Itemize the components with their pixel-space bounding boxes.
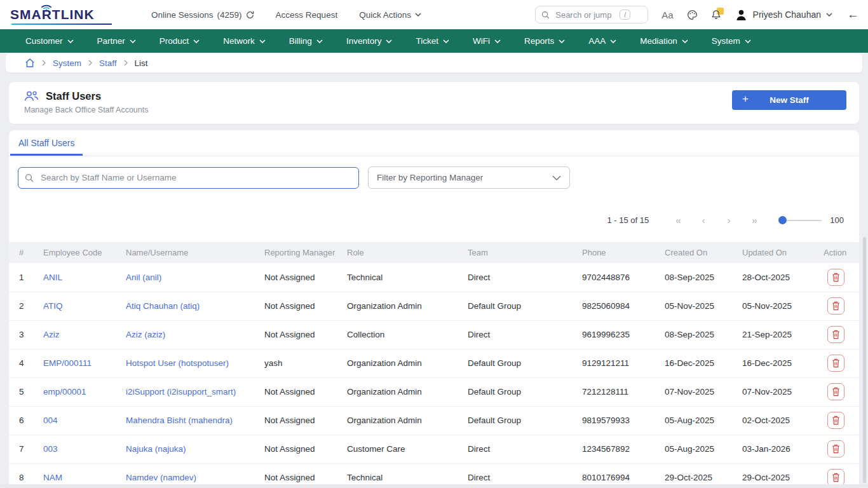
nav-menu-item[interactable]: WiFi (473, 36, 501, 46)
employee-code-link[interactable]: emp/00001 (33, 377, 116, 406)
delete-staff-button[interactable] (827, 469, 844, 486)
delete-staff-button[interactable] (827, 383, 844, 400)
access-request-link[interactable]: Access Request (276, 10, 338, 20)
nav-item-label: System (712, 36, 740, 46)
name-username-link[interactable]: Mahendra Bisht (mahendra) (116, 406, 254, 435)
breadcrumb-link[interactable]: List (135, 58, 148, 68)
pagination-range: 1 - 15 of 15 (607, 215, 649, 225)
chevron-down-icon (130, 39, 136, 43)
staff-search[interactable] (18, 167, 359, 189)
prev-page-button[interactable]: ‹ (691, 215, 716, 226)
row-index: 4 (9, 349, 33, 377)
delete-staff-button[interactable] (827, 297, 844, 315)
phone-cell: 9819579933 (572, 406, 654, 435)
delete-staff-button[interactable] (827, 412, 844, 429)
name-username-link[interactable]: Aziz (aziz) (116, 320, 254, 349)
employee-code-link[interactable]: EMP/000111 (33, 349, 116, 377)
nav-menu-item[interactable]: Inventory (346, 36, 393, 46)
last-page-button[interactable]: » (742, 215, 767, 226)
breadcrumb-link[interactable]: System (53, 58, 81, 68)
nav-menu-item[interactable]: System (712, 36, 751, 46)
col-action: Action (813, 242, 859, 263)
staff-search-input[interactable] (39, 172, 352, 183)
nav-item-label: Mediation (640, 36, 677, 46)
trash-icon (832, 416, 840, 425)
home-icon[interactable] (25, 58, 35, 68)
name-username-link[interactable]: Anil (anil) (116, 263, 254, 292)
team-cell: Default Group (458, 349, 572, 377)
user-menu[interactable]: Priyesh Chauhan (735, 8, 832, 22)
nav-menu-item[interactable]: Partner (97, 36, 136, 46)
quick-actions-menu[interactable]: Quick Actions (359, 10, 421, 20)
col-phone: Phone (572, 242, 654, 263)
action-cell (813, 320, 859, 349)
page-size-slider[interactable] (778, 216, 822, 224)
vertical-scrollbar[interactable] (863, 237, 866, 483)
smartlink-logo[interactable]: SMARTLINK (10, 7, 117, 22)
nav-item-label: WiFi (473, 36, 490, 46)
online-sessions-link[interactable]: Online Sessions (4259) (151, 10, 254, 20)
first-page-button[interactable]: « (665, 215, 691, 226)
col-team: Team (458, 242, 572, 263)
new-staff-button[interactable]: + New Staff (732, 90, 846, 110)
list-controls: Filter by Reporting Manager (9, 156, 859, 189)
nav-menu-item[interactable]: Billing (289, 36, 323, 46)
font-size-toggle[interactable]: Aa (661, 10, 673, 20)
nav-menu-item[interactable]: Network (223, 36, 266, 46)
wifi-icon (39, 3, 53, 10)
slider-knob[interactable] (778, 216, 787, 224)
employee-code-link[interactable]: 003 (33, 435, 116, 463)
table-row: 5 emp/00001 i2iSupport (i2isupport_smart… (9, 377, 859, 406)
role-cell: Organization Admin (337, 292, 458, 320)
table-body: 1 ANIL Anil (anil) Not Assigned Technica… (9, 263, 859, 488)
next-page-button[interactable]: › (716, 215, 742, 226)
team-cell: Default Group (458, 292, 572, 320)
theme-palette-button[interactable] (687, 10, 698, 20)
breadcrumb-item: System (41, 58, 81, 68)
global-search[interactable]: / (535, 6, 648, 24)
name-username-link[interactable]: Najuka (najuka) (116, 435, 254, 463)
name-username-link[interactable]: Hotspot User (hotspotuser) (116, 349, 254, 377)
global-search-input[interactable] (554, 10, 615, 20)
delete-staff-button[interactable] (827, 355, 844, 372)
employee-code-link[interactable]: ANIL (33, 263, 116, 292)
name-username-link[interactable]: Atiq Chauhan (atiq) (116, 292, 254, 320)
employee-code-link[interactable]: Aziz (33, 320, 116, 349)
header-actions: / Aa Priyesh Ch (535, 6, 859, 24)
nav-menu-item[interactable]: Ticket (416, 36, 449, 46)
delete-staff-button[interactable] (827, 326, 844, 343)
employee-code-link[interactable]: ATIQ (33, 292, 116, 320)
horizontal-scrollbar[interactable] (0, 484, 868, 488)
tab-all-staff-users[interactable]: All Staff Users (10, 130, 83, 156)
name-username-link[interactable]: i2iSupport (i2isupport_smart) (116, 377, 254, 406)
phone-cell: 9825060984 (572, 292, 654, 320)
chevron-down-icon (415, 13, 421, 17)
access-request-label: Access Request (276, 10, 338, 20)
page-title: Staff Users (46, 90, 101, 102)
nav-menu-item[interactable]: Customer (25, 36, 74, 46)
tab-bar: All Staff Users (9, 130, 859, 156)
nav-menu-item[interactable]: Mediation (640, 36, 688, 46)
updated-on-cell: 28-Oct-2025 (732, 263, 813, 292)
nav-menu-item[interactable]: Product (159, 36, 200, 46)
reporting-manager-filter[interactable]: Filter by Reporting Manager (368, 166, 570, 189)
header-links: Online Sessions (4259) Access Request Qu… (151, 10, 421, 20)
breadcrumb-link[interactable]: Staff (99, 58, 117, 68)
row-index: 7 (9, 435, 33, 463)
refresh-icon[interactable] (246, 11, 254, 19)
nav-menu-item[interactable]: AAA (588, 36, 616, 46)
app-root: SMARTLINK Online Sessions (4259) Access … (0, 0, 868, 488)
employee-code-link[interactable]: 004 (33, 406, 116, 435)
table-row: 2 ATIQ Atiq Chauhan (atiq) Not Assigned … (9, 292, 859, 320)
trash-icon (832, 273, 840, 282)
delete-staff-button[interactable] (827, 440, 844, 458)
collapse-arrow-icon[interactable]: ← (847, 8, 859, 22)
created-on-cell: 05-Nov-2025 (654, 292, 732, 320)
table-header: # Employee Code Name/Username Reporting … (9, 242, 859, 263)
nav-menu-item[interactable]: Reports (524, 36, 565, 46)
chevron-down-icon (316, 39, 323, 43)
phone-cell: 9702448876 (572, 263, 654, 292)
trash-icon (832, 301, 840, 311)
notifications-button[interactable] (711, 10, 721, 20)
delete-staff-button[interactable] (827, 269, 844, 286)
